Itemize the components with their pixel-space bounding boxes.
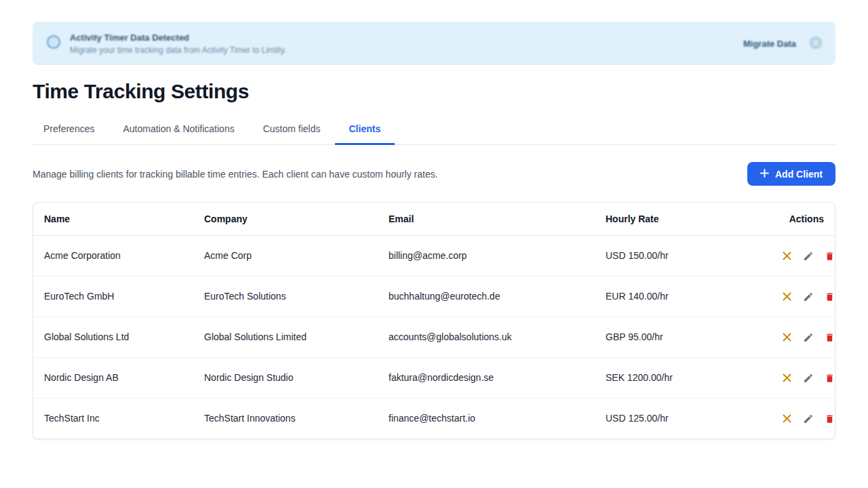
delete-client-button[interactable] <box>825 251 835 262</box>
edit-client-button[interactable] <box>803 332 814 343</box>
migration-banner: Activity Timer Data Detected Migrate you… <box>33 22 835 65</box>
deactivate-client-button[interactable] <box>782 373 792 383</box>
table-row: Acme Corporation Acme Corp billing@acme.… <box>33 235 835 276</box>
deactivate-client-button[interactable] <box>782 291 792 302</box>
x-icon <box>782 332 792 342</box>
tab-custom-fields[interactable]: Custom fields <box>249 123 335 145</box>
column-header-email: Email <box>378 203 595 235</box>
trash-icon <box>825 373 835 384</box>
client-hourly-rate: EUR 140.00/hr <box>595 276 763 317</box>
client-email: billing@acme.corp <box>378 235 595 276</box>
x-icon <box>782 373 792 383</box>
client-company: Nordic Design Studio <box>193 357 378 398</box>
pencil-icon <box>803 291 814 302</box>
x-icon <box>782 251 792 261</box>
client-name: Nordic Design AB <box>33 357 193 398</box>
client-company: Global Solutions Limited <box>193 317 378 357</box>
column-header-name: Name <box>33 203 193 235</box>
edit-client-button[interactable] <box>803 251 814 262</box>
add-client-button[interactable]: Add Client <box>747 162 835 186</box>
client-company: Acme Corp <box>193 235 378 276</box>
delete-client-button[interactable] <box>825 413 835 424</box>
x-icon <box>782 291 792 302</box>
table-row: TechStart Inc TechStart Innovations fina… <box>33 398 835 439</box>
column-header-actions: Actions <box>763 203 835 235</box>
trash-icon <box>825 291 835 302</box>
settings-page: Activity Timer Data Detected Migrate you… <box>0 22 868 439</box>
settings-tabs: Preferences Automation & Notifications C… <box>33 123 835 145</box>
delete-client-button[interactable] <box>825 373 835 384</box>
tab-clients[interactable]: Clients <box>335 123 395 145</box>
client-name: TechStart Inc <box>33 398 193 439</box>
page-title: Time Tracking Settings <box>33 80 835 103</box>
banner-subtitle: Migrate your time tracking data from Act… <box>70 45 286 55</box>
client-email: faktura@nordicdesign.se <box>378 357 595 398</box>
dismiss-banner-button[interactable] <box>808 35 823 52</box>
trash-icon <box>825 413 835 424</box>
trash-icon <box>825 251 835 262</box>
client-email: accounts@globalsolutions.uk <box>378 317 595 357</box>
banner-title: Activity Timer Data Detected <box>70 33 286 43</box>
table-row: EuroTech GmbH EuroTech Solutions buchhal… <box>33 276 835 317</box>
delete-client-button[interactable] <box>825 291 835 302</box>
column-header-company: Company <box>193 203 378 235</box>
column-header-hourly-rate: Hourly Rate <box>595 203 763 235</box>
pencil-icon <box>803 251 814 262</box>
migrate-data-button[interactable]: Migrate Data <box>743 39 796 49</box>
pencil-icon <box>803 332 814 343</box>
clients-description: Manage billing clients for tracking bill… <box>33 169 438 180</box>
x-icon <box>782 413 792 424</box>
client-name: Acme Corporation <box>33 235 193 276</box>
tab-automation-notifications[interactable]: Automation & Notifications <box>108 123 248 145</box>
client-company: EuroTech Solutions <box>193 276 378 317</box>
client-hourly-rate: USD 150.00/hr <box>595 235 763 276</box>
table-row: Global Solutions Ltd Global Solutions Li… <box>33 317 835 357</box>
edit-client-button[interactable] <box>803 373 814 384</box>
client-email: buchhaltung@eurotech.de <box>378 276 595 317</box>
close-circle-icon <box>808 35 823 52</box>
deactivate-client-button[interactable] <box>782 332 792 342</box>
client-company: TechStart Innovations <box>193 398 378 439</box>
client-hourly-rate: SEK 1200.00/hr <box>595 357 763 398</box>
edit-client-button[interactable] <box>803 413 814 424</box>
trash-icon <box>825 332 835 343</box>
client-email: finance@techstart.io <box>378 398 595 439</box>
add-client-label: Add Client <box>775 169 823 180</box>
deactivate-client-button[interactable] <box>782 251 792 261</box>
client-name: EuroTech GmbH <box>33 276 193 317</box>
table-row: Nordic Design AB Nordic Design Studio fa… <box>33 357 835 398</box>
clients-table-card: Name Company Email Hourly Rate Actions A… <box>33 202 835 439</box>
edit-client-button[interactable] <box>803 291 814 302</box>
deactivate-client-button[interactable] <box>782 413 792 424</box>
info-circle-icon <box>46 35 61 52</box>
pencil-icon <box>803 413 814 424</box>
clients-table: Name Company Email Hourly Rate Actions A… <box>33 203 835 439</box>
tab-preferences[interactable]: Preferences <box>33 123 108 145</box>
client-name: Global Solutions Ltd <box>33 317 193 357</box>
clients-toolbar: Manage billing clients for tracking bill… <box>33 162 835 186</box>
table-header-row: Name Company Email Hourly Rate Actions <box>33 203 835 235</box>
plus-icon <box>760 169 769 180</box>
pencil-icon <box>803 373 814 384</box>
client-hourly-rate: GBP 95.00/hr <box>595 317 763 357</box>
delete-client-button[interactable] <box>825 332 835 343</box>
client-hourly-rate: USD 125.00/hr <box>595 398 763 439</box>
